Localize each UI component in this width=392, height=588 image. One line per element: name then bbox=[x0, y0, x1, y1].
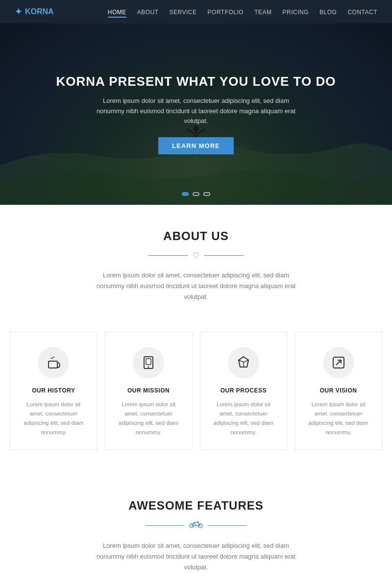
vision-title: OUR VISION bbox=[305, 387, 372, 394]
hero-subtitle: Lorem ipsum dolor sit amet, consectetuer… bbox=[93, 96, 299, 126]
learn-more-button[interactable]: LEARN MORE bbox=[158, 137, 233, 154]
card-vision: OUR VISION Lorem ipsum dolor sit amet, c… bbox=[294, 332, 382, 450]
slider-dots bbox=[182, 192, 210, 196]
hero-title: KORNA PRESENT WHAT YOU LOVE TO DO bbox=[56, 74, 336, 89]
nav-menu: HOME ABOUT SERVICE PORTFOLIO TEAM PRICIN… bbox=[108, 7, 377, 16]
mission-icon-circle bbox=[133, 347, 164, 378]
mission-title: OUR MISSION bbox=[115, 387, 182, 394]
nav-link-about[interactable]: ABOUT bbox=[137, 9, 159, 16]
history-title: OUR HISTORY bbox=[20, 387, 87, 394]
nav-link-blog[interactable]: BLOG bbox=[319, 9, 337, 16]
svg-line-14 bbox=[239, 360, 240, 367]
card-process: OUR PROCESS Lorem ipsum dolor sit amet, … bbox=[200, 332, 288, 450]
features-section: AWESOME FEATURES Lorem ipsum dolor sit a… bbox=[0, 474, 392, 588]
nav-item-about[interactable]: ABOUT bbox=[137, 7, 159, 16]
cards-section: OUR HISTORY Lorem ipsum dolor sit amet, … bbox=[0, 322, 392, 474]
nav-item-blog[interactable]: BLOG bbox=[319, 7, 337, 16]
hero-content: KORNA PRESENT WHAT YOU LOVE TO DO Lorem … bbox=[56, 74, 336, 154]
divider-line-right bbox=[204, 255, 244, 256]
process-desc: Lorem ipsum dolor sit amet, consectetuer… bbox=[210, 400, 277, 437]
nav-item-home[interactable]: HOME bbox=[108, 7, 126, 16]
about-divider: ♡ bbox=[15, 251, 377, 260]
navbar: ✦ KORNA HOME ABOUT SERVICE PORTFOLIO TEA… bbox=[0, 0, 392, 24]
features-title: AWESOME FEATURES bbox=[15, 499, 377, 513]
dot-2[interactable] bbox=[193, 192, 199, 196]
svg-point-9 bbox=[148, 367, 149, 368]
vision-icon-circle bbox=[323, 347, 354, 378]
nav-item-team[interactable]: TEAM bbox=[254, 7, 271, 16]
about-title: ABOUT US bbox=[15, 229, 377, 243]
svg-line-15 bbox=[247, 360, 248, 367]
tablet-icon bbox=[141, 355, 156, 370]
svg-marker-12 bbox=[239, 357, 248, 362]
process-icon-circle bbox=[228, 347, 259, 378]
dot-3[interactable] bbox=[203, 192, 210, 196]
process-title: OUR PROCESS bbox=[210, 387, 277, 394]
bike-icon bbox=[189, 520, 203, 531]
nav-link-pricing[interactable]: PRICING bbox=[283, 9, 309, 16]
about-description: Lorem ipsum dolor sit amet, consectetuer… bbox=[93, 270, 299, 302]
coffee-icon bbox=[46, 355, 61, 370]
nav-item-portfolio[interactable]: PORTFOLIO bbox=[208, 7, 244, 16]
nav-item-pricing[interactable]: PRICING bbox=[283, 7, 309, 16]
bicycle-icon-svg bbox=[189, 520, 203, 528]
mission-desc: Lorem ipsum dolor sit amet, consectetuer… bbox=[115, 400, 182, 437]
divider-line-left bbox=[148, 255, 188, 256]
features-divider-left bbox=[145, 525, 184, 526]
logo-icon: ✦ bbox=[15, 6, 22, 17]
vision-desc: Lorem ipsum dolor sit amet, consectetuer… bbox=[305, 400, 372, 437]
svg-line-17 bbox=[336, 360, 341, 365]
history-icon-circle bbox=[38, 347, 69, 378]
nav-link-portfolio[interactable]: PORTFOLIO bbox=[208, 9, 244, 16]
nav-link-home[interactable]: HOME bbox=[108, 9, 126, 18]
history-desc: Lorem ipsum dolor sit amet, consectetuer… bbox=[20, 400, 87, 437]
nav-link-service[interactable]: SERVICE bbox=[170, 9, 197, 16]
card-history: OUR HISTORY Lorem ipsum dolor sit amet, … bbox=[10, 332, 98, 450]
svg-rect-7 bbox=[49, 361, 57, 368]
about-section: ABOUT US ♡ Lorem ipsum dolor sit amet, c… bbox=[0, 205, 392, 322]
features-divider-right bbox=[208, 525, 247, 526]
brand-logo[interactable]: ✦ KORNA bbox=[15, 6, 54, 17]
arrow-icon bbox=[331, 355, 346, 370]
dot-1[interactable] bbox=[182, 192, 189, 196]
gem-icon bbox=[236, 355, 251, 370]
hero-section: KORNA PRESENT WHAT YOU LOVE TO DO Lorem … bbox=[0, 24, 392, 205]
heart-icon: ♡ bbox=[193, 251, 199, 260]
svg-line-23 bbox=[194, 522, 196, 526]
nav-item-contact[interactable]: CONTACT bbox=[347, 7, 377, 16]
nav-item-service[interactable]: SERVICE bbox=[170, 7, 197, 16]
features-divider bbox=[15, 520, 377, 531]
svg-rect-10 bbox=[146, 359, 151, 365]
nav-link-team[interactable]: TEAM bbox=[254, 9, 271, 16]
nav-link-contact[interactable]: CONTACT bbox=[347, 9, 377, 16]
features-description: Lorem ipsum dolor sit amet, consectetuer… bbox=[93, 540, 299, 573]
card-mission: OUR MISSION Lorem ipsum dolor sit amet, … bbox=[105, 332, 193, 450]
brand-name: KORNA bbox=[25, 7, 54, 16]
